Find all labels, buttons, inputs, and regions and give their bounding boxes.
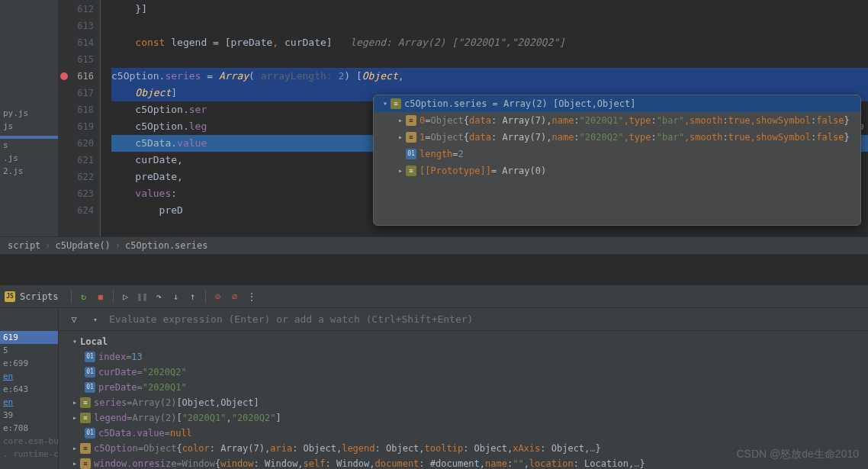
line-number: 612 xyxy=(59,1,94,18)
watermark: CSDN @怒放de生命2010 xyxy=(737,448,860,461)
line-number: 621 xyxy=(59,152,94,169)
step-into-icon[interactable]: ↓ xyxy=(169,289,184,304)
chevron-right-icon[interactable]: ▸ xyxy=(69,410,80,426)
breadcrumb[interactable]: script › c5Update() › c5Option.series xyxy=(0,236,868,255)
chevron-down-icon[interactable]: ▾ xyxy=(380,97,391,111)
debug-panel: JS Scripts ↻ ◼ ▷ ❚❚ ↷ ↓ ↑ ⊘ ∅ ⋮ 619 5 e:… xyxy=(0,285,868,469)
frame[interactable]: 619 xyxy=(0,331,58,344)
line-number: 623 xyxy=(59,185,94,202)
frame[interactable]: core.esm-bur xyxy=(0,435,58,448)
chevron-right-icon[interactable]: ▸ xyxy=(395,164,406,178)
array-icon: ≡ xyxy=(406,165,416,176)
breadcrumb-item[interactable]: script xyxy=(8,240,40,251)
chevron-right-icon[interactable]: ▸ xyxy=(395,130,406,144)
line-number: 613 xyxy=(59,18,94,34)
object-icon: ≡ xyxy=(406,132,416,143)
sidebar-file[interactable]: .js xyxy=(0,152,58,165)
chevron-down-icon[interactable]: ▾ xyxy=(88,312,103,327)
int-icon: 01 xyxy=(85,367,95,377)
sidebar-file[interactable]: s xyxy=(0,139,58,152)
mute-breakpoints-icon[interactable]: ⊘ xyxy=(211,289,226,304)
line-number: 620 xyxy=(59,135,94,152)
frame[interactable]: . runtime-co xyxy=(0,448,58,461)
chevron-right-icon[interactable]: ▸ xyxy=(69,441,80,456)
chevron-right-icon: › xyxy=(115,240,121,251)
more-icon[interactable]: ⋮ xyxy=(244,289,259,304)
int-icon: 01 xyxy=(85,352,95,362)
pause-icon[interactable]: ❚❚ xyxy=(135,289,150,304)
line-number: 619 xyxy=(59,118,94,135)
code-line: }] xyxy=(111,1,868,18)
resume-icon[interactable]: ▷ xyxy=(118,289,133,304)
int-icon: 01 xyxy=(406,149,416,159)
line-number: 617 xyxy=(59,85,94,101)
line-number: 624 xyxy=(59,202,94,219)
frame[interactable]: e:643 xyxy=(0,383,58,396)
debug-inline-popup[interactable]: ▾ ≡ c5Option.series = Array(2) [Object,O… xyxy=(373,95,861,226)
breadcrumb-item[interactable]: c5Update() xyxy=(56,240,111,251)
scripts-tab[interactable]: Scripts xyxy=(20,291,59,302)
line-number: 622 xyxy=(59,169,94,185)
debug-toolbar: JS Scripts ↻ ◼ ▷ ❚❚ ↷ ↓ ↑ ⊘ ∅ ⋮ xyxy=(0,285,868,308)
frame[interactable]: e:708 xyxy=(0,422,58,435)
sidebar-file[interactable]: 2.js xyxy=(0,165,58,178)
int-icon: 01 xyxy=(85,382,95,393)
sidebar-file[interactable]: py.js xyxy=(0,107,58,120)
line-number: 618 xyxy=(59,101,94,118)
view-breakpoints-icon[interactable]: ∅ xyxy=(227,289,243,304)
object-icon: ≡ xyxy=(80,458,91,469)
line-number: 615 xyxy=(59,51,94,68)
step-over-icon[interactable]: ↷ xyxy=(152,289,167,304)
chevron-right-icon[interactable]: ▸ xyxy=(69,456,80,469)
frames-panel[interactable]: 619 5 e:699 en e:643 en 39 e:708 core.es… xyxy=(0,308,59,469)
chevron-right-icon: › xyxy=(45,240,50,251)
stop-icon[interactable]: ◼ xyxy=(93,289,108,304)
array-icon: ≡ xyxy=(391,98,401,109)
object-icon: ≡ xyxy=(406,115,416,126)
step-out-icon[interactable]: ↑ xyxy=(185,289,201,304)
code-line-current: c5Option.series = Array( arrayLength: 2)… xyxy=(111,68,868,85)
chevron-down-icon[interactable]: ▾ xyxy=(69,334,80,349)
code-line: const legend = [preDate, curDate] legend… xyxy=(111,34,868,51)
breadcrumb-item[interactable]: c5Option.series xyxy=(125,240,207,251)
frame[interactable]: 39 xyxy=(0,409,58,422)
line-number-breakpoint[interactable]: 616 xyxy=(59,68,94,85)
project-sidebar[interactable]: py.js js s .js 2.js xyxy=(0,0,59,236)
chevron-right-icon[interactable]: ▸ xyxy=(395,114,406,127)
int-icon: 01 xyxy=(85,428,95,438)
sidebar-file[interactable]: js xyxy=(0,120,58,133)
frame[interactable]: en xyxy=(0,370,58,383)
array-icon: ≡ xyxy=(80,413,91,423)
popup-header: c5Option.series = Array(2) [Object,Objec… xyxy=(404,97,635,111)
rerun-icon[interactable]: ↻ xyxy=(76,289,92,304)
array-icon: ≡ xyxy=(80,397,91,408)
code-line xyxy=(111,18,868,34)
scope-label: Local xyxy=(80,334,108,349)
js-icon: JS xyxy=(5,291,15,302)
code-line xyxy=(111,51,868,68)
filter-icon[interactable]: ▽ xyxy=(66,312,82,327)
frame[interactable]: en xyxy=(0,396,58,409)
frame[interactable]: e:699 xyxy=(0,357,58,370)
line-number: 614 xyxy=(59,34,94,51)
frame[interactable]: 5 xyxy=(0,344,58,357)
code-editor[interactable]: }] const legend = [preDate, curDate] leg… xyxy=(101,0,868,236)
line-gutter[interactable]: 612 613 614 615 616 617 618 619 620 621 … xyxy=(59,0,101,236)
chevron-right-icon[interactable]: ▸ xyxy=(69,395,80,410)
watch-input[interactable] xyxy=(109,313,860,325)
object-icon: ≡ xyxy=(80,443,91,454)
